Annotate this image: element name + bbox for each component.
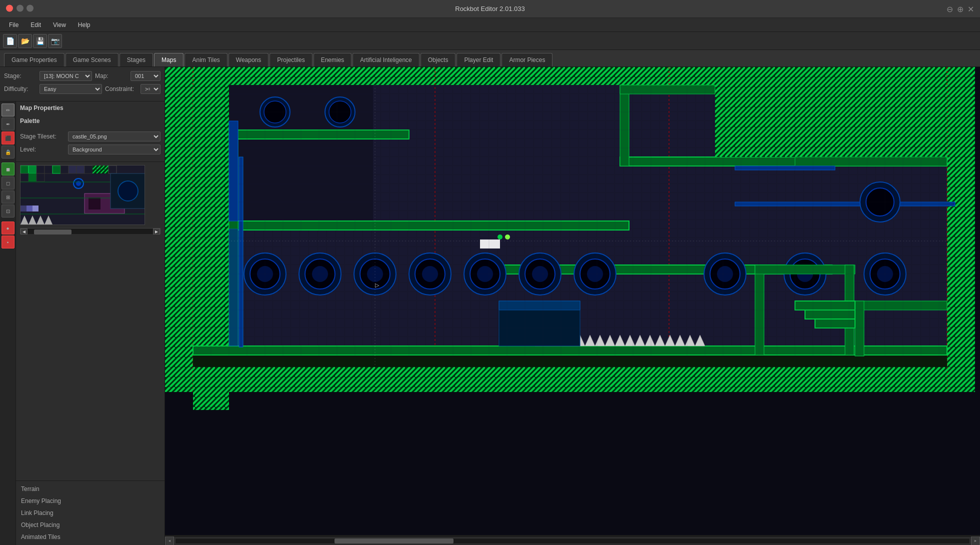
stage-select[interactable]: [13]: MOON C: [40, 71, 92, 81]
svg-rect-6: [52, 166, 60, 174]
map-area[interactable]: ▷ ◂ ▸: [165, 67, 980, 545]
window-control-2[interactable]: ⊕: [957, 4, 964, 14]
tab-projectiles[interactable]: Projectiles: [270, 53, 312, 66]
constraint-select[interactable]: >=: [140, 84, 160, 94]
tool-lock[interactable]: 🔒: [2, 146, 14, 158]
map-properties-header[interactable]: Map Properties: [16, 102, 164, 114]
tab-armor-pieces[interactable]: Armor Pieces: [502, 53, 552, 66]
menu-view[interactable]: View: [48, 20, 71, 30]
scroll-track[interactable]: [175, 538, 970, 544]
svg-point-31: [118, 181, 138, 201]
svg-rect-134: [805, 310, 855, 319]
content-with-tools: ✏ ✒ ⬛ 🔒 ◼ ◻ ⊞ ⊡ ● ▪ Map Properties Palet…: [0, 102, 164, 545]
level-select[interactable]: Background: [68, 144, 160, 154]
left-inner: Map Properties Palette Stage Tileset: ca…: [16, 102, 164, 545]
svg-rect-65: [795, 157, 947, 166]
svg-rect-132: [855, 301, 864, 356]
tool-pencil[interactable]: ✒: [2, 118, 14, 130]
window-control-1[interactable]: ⊖: [946, 4, 953, 14]
svg-rect-107: [193, 346, 947, 355]
list-item-link-placing[interactable]: Link Placing: [16, 507, 164, 519]
tool-eraser[interactable]: ◻: [2, 176, 14, 190]
tool-red2[interactable]: ●: [2, 222, 14, 234]
divider1: [2, 160, 14, 162]
difficulty-select[interactable]: Easy: [40, 84, 102, 94]
difficulty-row: Difficulty: Easy Constraint: >=: [4, 84, 160, 94]
scroll-right-arrow[interactable]: ▸: [971, 536, 980, 546]
list-item-terrain[interactable]: Terrain: [16, 483, 164, 495]
tab-enemies[interactable]: Enemies: [314, 53, 352, 66]
menu-file[interactable]: File: [4, 20, 24, 30]
tool-green1[interactable]: ◼: [2, 162, 14, 176]
props-area: Stage: [13]: MOON C Map: 001 Difficulty:…: [0, 67, 164, 102]
svg-point-137: [498, 234, 502, 240]
list-item-object-placing[interactable]: Object Placing: [16, 519, 164, 531]
window-control-3[interactable]: ✕: [968, 4, 974, 14]
maximize-button[interactable]: [26, 4, 34, 12]
level-label: Level:: [20, 146, 65, 153]
svg-rect-16: [20, 174, 28, 182]
svg-rect-50: [165, 67, 975, 85]
tool-fill[interactable]: ⊡: [2, 204, 14, 218]
stage-tileset-select[interactable]: castle_05.png: [68, 132, 160, 142]
svg-rect-139: [735, 202, 955, 206]
tab-player-edit[interactable]: Player Edit: [456, 53, 500, 66]
menu-edit[interactable]: Edit: [26, 20, 46, 30]
svg-rect-104: [620, 85, 629, 166]
tool-red1[interactable]: ⬛: [2, 132, 14, 144]
toolbar-new-button[interactable]: 📄: [3, 34, 17, 48]
close-button[interactable]: [6, 4, 13, 12]
svg-rect-127: [239, 221, 243, 347]
palette-header[interactable]: Palette: [16, 114, 164, 128]
tab-anim-tiles[interactable]: Anim Tiles: [184, 53, 227, 66]
tileset-scrollbar[interactable]: ◂ ▸: [20, 228, 160, 234]
svg-rect-32: [20, 206, 26, 212]
stage-row: Stage: [13]: MOON C Map: 001: [4, 71, 160, 81]
svg-rect-18: [36, 174, 44, 182]
bottom-list: Terrain Enemy Placing Link Placing Objec…: [16, 480, 164, 545]
svg-rect-198: [229, 121, 238, 221]
scroll-left-btn[interactable]: ◂: [20, 228, 28, 234]
svg-rect-22: [88, 198, 100, 210]
tab-objects[interactable]: Objects: [420, 53, 456, 66]
menu-help[interactable]: Help: [73, 20, 96, 30]
svg-rect-25: [20, 214, 145, 214]
tool-move[interactable]: ⊞: [2, 190, 14, 204]
main-content: Stage: [13]: MOON C Map: 001 Difficulty:…: [0, 67, 980, 545]
svg-rect-33: [26, 206, 32, 212]
toolbar-screenshot-button[interactable]: 📷: [48, 34, 62, 48]
tileset-row: Stage Tileset: castle_05.png: [20, 132, 160, 142]
scroll-right-btn[interactable]: ▸: [153, 228, 160, 234]
left-spacer: [16, 234, 164, 480]
list-item-enemy-placing[interactable]: Enemy Placing: [16, 495, 164, 507]
tab-game-properties[interactable]: Game Properties: [4, 53, 64, 66]
scroll-left-arrow[interactable]: ◂: [165, 536, 174, 546]
tab-stages[interactable]: Stages: [120, 53, 153, 66]
svg-rect-52: [165, 67, 193, 392]
map-select[interactable]: 001: [130, 71, 160, 81]
svg-rect-131: [855, 301, 947, 310]
svg-rect-144: [499, 301, 580, 310]
toolbar-save-button[interactable]: 💾: [33, 34, 47, 48]
window-controls: ⊖ ⊕ ✕: [946, 4, 974, 14]
tab-weapons[interactable]: Weapons: [228, 53, 268, 66]
svg-rect-51: [947, 67, 975, 392]
list-item-animated-tiles[interactable]: Animated Tiles: [16, 531, 164, 543]
tool-red3[interactable]: ▪: [2, 236, 14, 248]
tab-maps[interactable]: Maps: [154, 53, 184, 66]
svg-rect-10: [84, 166, 92, 174]
map-bottom-scrollbar[interactable]: ◂ ▸: [165, 536, 980, 545]
tool-select[interactable]: ✏: [2, 104, 14, 116]
tab-game-scenes[interactable]: Game Scenes: [66, 53, 118, 66]
scroll-track[interactable]: [28, 229, 153, 234]
minimize-button[interactable]: [16, 4, 24, 12]
map-svg: [165, 67, 980, 535]
stage-tileset-label: Stage Tileset:: [20, 133, 65, 140]
svg-rect-3: [28, 166, 36, 174]
toolbar-open-button[interactable]: 📂: [18, 34, 32, 48]
svg-rect-126: [239, 157, 243, 221]
tab-artificial-intelligence[interactable]: Artificial Inteligence: [352, 53, 419, 66]
svg-rect-14: [100, 166, 108, 174]
left-panel: Stage: [13]: MOON C Map: 001 Difficulty:…: [0, 67, 165, 545]
level-row: Level: Background: [20, 144, 160, 154]
